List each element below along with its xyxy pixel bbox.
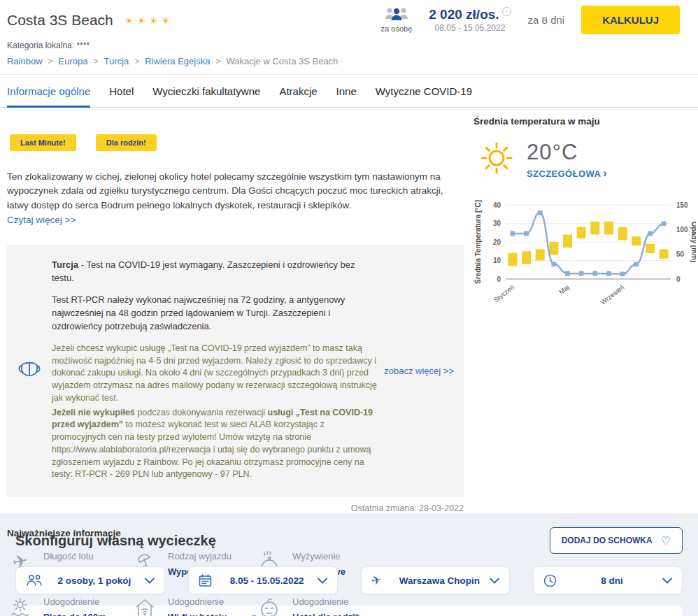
svg-text:50: 50 bbox=[676, 250, 685, 258]
svg-text:0: 0 bbox=[497, 275, 501, 283]
face-mask-icon bbox=[17, 360, 41, 381]
svg-text:Wrzesień: Wrzesień bbox=[599, 283, 626, 306]
key-info-label: Rodzaj wyjazdu bbox=[168, 551, 232, 561]
hotel-description: Ten zlokalizowany w cichej, zielonej oko… bbox=[7, 170, 465, 213]
weather-chart: 010203040050100150StyczeńMajWrzesieńŚred… bbox=[473, 196, 696, 307]
badge-last-minute: Last Minute! bbox=[10, 134, 76, 151]
price-dates: 08.05 - 15.05.2022 bbox=[435, 23, 506, 33]
page-header: Costa 3S Beach ☀☀☀☀ za osobę 2 02 bbox=[0, 0, 698, 75]
duration-select-value: 8 dni bbox=[562, 575, 662, 586]
heart-icon: ♡ bbox=[661, 534, 671, 547]
configurator-title: Skonfiguruj własną wycieczkę bbox=[15, 533, 216, 549]
price-per-person: 2 020 zł/os. bbox=[429, 7, 499, 22]
hotel-offer-page: Costa 3S Beach ☀☀☀☀ za osobę 2 02 bbox=[0, 0, 698, 616]
chevron-down-icon bbox=[145, 574, 155, 587]
key-info-label: Udogodnienie bbox=[43, 596, 106, 607]
tab-atrakcje[interactable]: Atrakcje bbox=[279, 75, 317, 107]
covid-paragraph-4: Jeżeli nie wykupiłeś podczas dokonywania… bbox=[52, 407, 379, 482]
chevron-down-icon bbox=[318, 574, 327, 587]
svg-text:40: 40 bbox=[493, 201, 501, 209]
plane-icon: ✈ bbox=[510, 613, 526, 616]
breadcrumb-link-turcja[interactable]: Turcja bbox=[104, 56, 129, 66]
breadcrumb-current: Wakacje w Costa 3S Beach bbox=[226, 56, 338, 66]
breadcrumb-link-europa[interactable]: Europa bbox=[59, 56, 88, 66]
breadcrumb-separator: > bbox=[134, 57, 139, 66]
covid-info-box: Turcja - Test na COVID-19 jest wymagany.… bbox=[7, 245, 464, 497]
covid-paragraph-1: Turcja - Test na COVID-19 jest wymagany.… bbox=[52, 259, 379, 285]
main-content-column: Last Minute! Dla rodzin! Ten zlokalizowa… bbox=[0, 108, 464, 513]
badge-dla-rodzin: Dla rodzin! bbox=[96, 134, 157, 151]
flight-segment-outbound-departure: Wylot Warszawa Chopin 23:25 bbox=[31, 614, 129, 616]
detailed-weather-link[interactable]: SZCZEGÓŁOWA› bbox=[527, 167, 607, 180]
weather-sidebar: Średnia temperatura w maju 20°C SZCZEGÓŁ… bbox=[464, 108, 698, 513]
plane-icon: ✈ bbox=[7, 551, 34, 573]
tab-hotel[interactable]: Hotel bbox=[109, 75, 134, 107]
svg-text:0: 0 bbox=[676, 275, 681, 283]
svg-text:20: 20 bbox=[493, 238, 501, 246]
breadcrumb-link-rainbow[interactable]: Rainbow bbox=[7, 56, 43, 66]
svg-text:150: 150 bbox=[676, 201, 688, 209]
wifi-house-icon bbox=[131, 596, 158, 616]
chevron-right-icon: › bbox=[603, 167, 607, 179]
duration-select[interactable]: 8 dni bbox=[533, 566, 683, 594]
key-info-label: Wyżywienie bbox=[292, 551, 346, 561]
svg-text:100: 100 bbox=[676, 226, 688, 234]
svg-text:Styczeń: Styczeń bbox=[492, 283, 515, 303]
breadcrumb-separator: > bbox=[48, 57, 53, 66]
page-title: Costa 3S Beach bbox=[7, 12, 113, 29]
local-category-label: Kategoria lokalna: **** bbox=[7, 41, 688, 50]
flight-segment-outbound-arrival: Przylot Bodrum 03:10 (+1) bbox=[231, 613, 302, 616]
beach-umbrella-icon bbox=[347, 612, 365, 616]
dates-select[interactable]: 8.05 - 15.05.2022 bbox=[188, 566, 338, 594]
breadcrumb-separator: > bbox=[215, 57, 220, 66]
breadcrumb: Rainbow > Europa > Turcja > Riwiera Egej… bbox=[7, 56, 688, 74]
airport-select-value: Warszawa Chopin bbox=[390, 575, 490, 586]
tab-inne[interactable]: Inne bbox=[336, 75, 357, 107]
guests-select-value: 2 osoby, 1 pokój bbox=[44, 575, 145, 586]
flight-segment-return-departure: Wylot Bodrum 04:00 bbox=[410, 614, 467, 616]
key-info-label: Udogodnienie bbox=[292, 596, 361, 607]
tab-informacje-ogolne[interactable]: Informacje ogólne bbox=[7, 75, 90, 108]
tab-wycieczki-fakultatywne[interactable]: Wycieczki fakultatywne bbox=[152, 75, 260, 107]
calculate-button[interactable]: KALKULUJ bbox=[581, 6, 680, 34]
chevron-down-icon bbox=[662, 574, 672, 587]
covid-paragraph-3: Jeżeli chcesz wykupić usługę „Test na CO… bbox=[52, 343, 379, 405]
svg-text:Średnia Temperatura [°C]: Średnia Temperatura [°C] bbox=[473, 200, 482, 284]
clock-icon bbox=[543, 574, 562, 587]
guests-select[interactable]: 2 osoby, 1 pokój bbox=[15, 566, 165, 594]
trip-duration-label: za 8 dni bbox=[528, 14, 565, 26]
add-to-clipboard-button[interactable]: DODAJ DO SCHOWKA ♡ bbox=[550, 527, 683, 554]
tab-wytyczne-covid[interactable]: Wytyczne COVID-19 bbox=[376, 75, 472, 107]
sun-waves-icon bbox=[7, 596, 34, 616]
info-icon[interactable]: i bbox=[502, 7, 511, 16]
covid-paragraph-2: Test RT-PCR należy wykonać najwcześniej … bbox=[52, 294, 379, 334]
key-info-label: Udogodnienie bbox=[168, 596, 227, 607]
calendar-icon bbox=[199, 574, 217, 587]
per-person-label: za osobę bbox=[381, 24, 413, 33]
chevron-down-icon bbox=[490, 574, 499, 587]
plane-icon: ✈ bbox=[371, 573, 390, 588]
svg-text:Maj: Maj bbox=[557, 283, 571, 296]
sun-icon bbox=[478, 139, 515, 180]
people-icon bbox=[26, 574, 44, 587]
dates-select-value: 8.05 - 15.05.2022 bbox=[217, 575, 318, 586]
flight-segment-return-arrival: Przylot Warszawa Chopin 05:45 bbox=[569, 614, 667, 616]
breadcrumb-separator: > bbox=[94, 57, 99, 66]
svg-text:30: 30 bbox=[493, 220, 501, 227]
key-info-label: Długość lotu bbox=[43, 551, 108, 561]
breadcrumb-link-riwiera[interactable]: Riwiera Egejska bbox=[145, 56, 210, 66]
airport-select[interactable]: ✈ Warszawa Chopin bbox=[361, 566, 511, 594]
covid-last-change: Ostatnia zmiana: 28-03-2022 bbox=[7, 503, 464, 513]
svg-text:Opady [mm]: Opady [mm] bbox=[690, 222, 696, 262]
average-temperature: 20°C bbox=[527, 140, 607, 165]
weather-title: Średnia temperatura w maju bbox=[473, 116, 698, 127]
weather-chart-container: 010203040050100150StyczeńMajWrzesieńŚred… bbox=[473, 196, 698, 310]
read-more-link[interactable]: Czytaj więcej >> bbox=[7, 215, 76, 225]
tab-bar: Informacje ogólne Hotel Wycieczki fakult… bbox=[0, 75, 698, 108]
see-more-link[interactable]: zobacz więcej >> bbox=[384, 366, 454, 376]
hotel-stars-suns-icon: ☀☀☀☀ bbox=[124, 15, 173, 27]
people-group-icon bbox=[384, 7, 409, 24]
svg-text:10: 10 bbox=[493, 257, 501, 264]
